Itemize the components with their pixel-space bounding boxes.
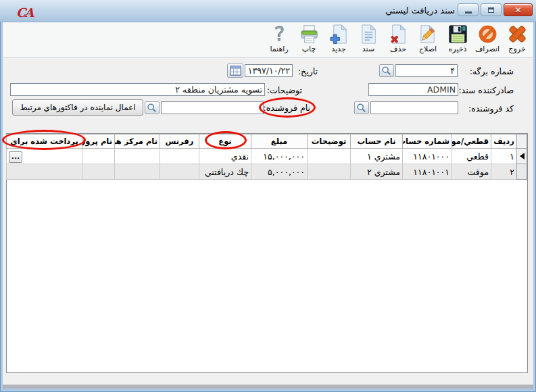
sheet-no-search-button[interactable] xyxy=(379,64,394,77)
seller-code-input[interactable] xyxy=(370,101,458,114)
row-pointer-icon xyxy=(520,153,525,160)
toolbar-button-label: چاپ xyxy=(302,45,316,53)
toolbar-button-label: ذخيره xyxy=(449,45,467,53)
delete-icon xyxy=(388,24,409,45)
cell-type[interactable]: نقدي xyxy=(199,149,251,164)
row-indicator xyxy=(517,164,527,180)
toolbar-button-label: اصلاح xyxy=(419,45,437,53)
column-header-project[interactable]: نام پروژه xyxy=(82,134,115,149)
cell-cost-center[interactable] xyxy=(115,149,160,164)
new-button[interactable]: جديد xyxy=(324,24,353,56)
date-input[interactable]: ۱۳۹۷/۱۰/۲۲ xyxy=(245,64,293,77)
date-picker-button[interactable] xyxy=(227,64,243,78)
save-icon xyxy=(447,24,468,45)
cell-description[interactable] xyxy=(308,149,351,164)
date-label: تاريخ: xyxy=(298,66,318,76)
toolbar-button-label: راهنما xyxy=(270,45,288,53)
window-title: سند دريافت ليستي xyxy=(385,5,455,16)
search-icon xyxy=(147,103,157,114)
cell-type[interactable]: چك دريافتني xyxy=(199,164,251,180)
cell-description[interactable] xyxy=(308,164,351,180)
save-button[interactable]: ذخيره xyxy=(443,24,472,56)
delete-button[interactable]: حذف xyxy=(384,24,412,56)
table-row[interactable]: ۱ قطعي ۱۱۸۰۱۰۰۰ مشتري ۱ ۱۵,۰۰۰,۰۰۰ نقدي … xyxy=(7,149,527,164)
cell-reference[interactable] xyxy=(160,149,199,164)
cell-project[interactable] xyxy=(82,149,115,164)
exit-icon xyxy=(507,24,528,45)
column-header-account-no[interactable]: شماره حساب xyxy=(403,134,452,149)
title-bar[interactable]: CA سند دريافت ليستي ✕ xyxy=(0,0,536,22)
issuer-label: صادركننده سند: xyxy=(458,85,514,95)
new-icon xyxy=(328,24,349,45)
column-header-description[interactable]: توضيحات xyxy=(308,134,351,149)
cell-amount[interactable]: ۵,۰۰۰,۰۰۰ xyxy=(251,164,308,180)
exit-button[interactable]: خروج xyxy=(503,24,531,56)
seller-code-search-button[interactable] xyxy=(354,101,369,114)
cancel-button[interactable]: انصراف xyxy=(473,24,502,56)
app-window: CA سند دريافت ليستي ✕ خروج xyxy=(0,0,536,392)
cell-status[interactable]: قطعي xyxy=(452,149,491,164)
seller-code-label: كد فروشنده: xyxy=(468,103,514,114)
row-indicator-header xyxy=(517,134,527,149)
sheet-no-input[interactable]: ۴ xyxy=(395,64,458,77)
print-button[interactable]: چاپ xyxy=(295,24,323,56)
cell-amount[interactable]: ۱۵,۰۰۰,۰۰۰ xyxy=(251,149,308,164)
issuer-input[interactable]: ADMIN xyxy=(368,83,458,96)
document-button[interactable]: سند xyxy=(354,24,383,56)
edit-icon xyxy=(418,24,439,45)
toolbar-button-label: حذف xyxy=(390,45,406,53)
close-icon: ✕ xyxy=(514,6,521,14)
cell-account-no[interactable]: ۱۱۸۰۱۰۰۱ xyxy=(403,164,452,180)
search-icon xyxy=(381,66,392,76)
help-icon: ? xyxy=(269,24,290,45)
minimize-icon xyxy=(465,11,472,14)
cell-account-name[interactable]: مشتري ۲ xyxy=(351,164,403,180)
document-lines-grid[interactable]: رديف قطعي/موقت شماره حساب نام حساب توضيح… xyxy=(6,133,528,373)
toolbar-button-label: خروج xyxy=(508,45,525,53)
column-header-cost-center[interactable]: نام مركز هزينه xyxy=(115,134,160,149)
cell-reference[interactable] xyxy=(160,164,199,180)
description-input[interactable]: تسويه مشتريان منطقه ۲ xyxy=(10,83,265,96)
maximize-button[interactable] xyxy=(481,3,502,16)
column-header-amount[interactable]: مبلغ xyxy=(251,134,308,149)
column-header-paid-for[interactable]: پرداخت شده براي xyxy=(7,134,82,149)
paid-for-ellipsis-button[interactable]: ... xyxy=(9,151,22,163)
sheet-no-label: شماره برگه: xyxy=(470,66,514,76)
column-header-reference[interactable]: رفرنس xyxy=(160,134,199,149)
description-label: توضيحات: xyxy=(267,85,302,95)
document-icon xyxy=(358,24,379,45)
seller-name-search-button[interactable] xyxy=(145,101,160,114)
calendar-icon xyxy=(230,66,241,76)
toolbar-buttons: خروج انصراف xyxy=(265,24,531,56)
edit-button[interactable]: اصلاح xyxy=(414,24,442,56)
toolbar: خروج انصراف xyxy=(3,22,533,57)
seller-name-label: نام فروشنده: xyxy=(264,103,310,113)
table-row[interactable]: ۲ موقت ۱۱۸۰۱۰۰۱ مشتري ۲ ۵,۰۰۰,۰۰۰ چك دري… xyxy=(7,164,527,180)
toolbar-button-label: سند xyxy=(362,45,374,53)
minimize-button[interactable] xyxy=(458,3,479,16)
toolbar-button-label: جديد xyxy=(331,45,345,53)
cell-radif[interactable]: ۱ xyxy=(491,149,517,164)
cell-radif[interactable]: ۲ xyxy=(491,164,517,180)
selected-row-indicator xyxy=(517,149,527,164)
cell-account-name[interactable]: مشتري ۱ xyxy=(351,149,403,164)
cell-paid-for[interactable] xyxy=(7,164,82,180)
grid-header-row: رديف قطعي/موقت شماره حساب نام حساب توضيح… xyxy=(7,134,527,149)
close-button[interactable]: ✕ xyxy=(504,3,533,16)
window-bottom-frame xyxy=(3,385,533,389)
cell-project[interactable] xyxy=(82,164,115,180)
window-controls: ✕ xyxy=(458,3,533,16)
seller-name-input[interactable] xyxy=(161,101,264,114)
help-button[interactable]: ? راهنما xyxy=(265,24,293,56)
cell-account-no[interactable]: ۱۱۸۰۱۰۰۰ xyxy=(403,149,452,164)
cell-status[interactable]: موقت xyxy=(452,164,491,180)
svg-text:?: ? xyxy=(274,24,284,45)
cancel-icon xyxy=(477,24,498,45)
cell-paid-for[interactable]: ... xyxy=(7,149,82,164)
column-header-status[interactable]: قطعي/موقت xyxy=(452,134,491,149)
apply-representative-button[interactable]: اعمال نماينده در فاكتورهاي مرتبط xyxy=(12,99,143,116)
cell-cost-center[interactable] xyxy=(115,164,160,180)
column-header-account-name[interactable]: نام حساب xyxy=(351,134,403,149)
column-header-radif[interactable]: رديف xyxy=(491,134,517,149)
column-header-type[interactable]: نوع xyxy=(199,134,251,149)
